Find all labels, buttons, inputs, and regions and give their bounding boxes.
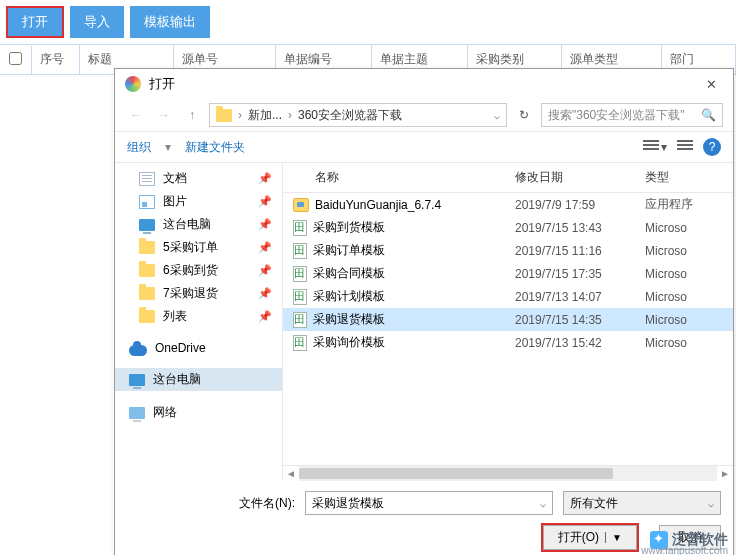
sidebar-item[interactable]: 文档📌 — [115, 167, 282, 190]
crumb-sep-icon: › — [238, 108, 242, 122]
scroll-track[interactable] — [299, 466, 717, 481]
sidebar-item[interactable]: 7采购退货📌 — [115, 282, 282, 305]
file-name: 采购询价模板 — [313, 334, 385, 351]
scroll-left-icon[interactable]: ◄ — [283, 468, 299, 479]
navigation-bar: ← → ↑ › 新加... › 360安全浏览器下载 ⌵ ↻ 搜索"360安全浏… — [115, 99, 733, 131]
import-button[interactable]: 导入 — [70, 6, 124, 38]
pin-icon: 📌 — [258, 287, 272, 300]
excel-icon — [293, 289, 307, 305]
file-list-header: 名称 修改日期 类型 — [283, 163, 733, 193]
scroll-thumb[interactable] — [299, 468, 613, 479]
close-icon[interactable]: ✕ — [700, 77, 723, 92]
dialog-footer: 文件名(N): 采购退货模板 ⌵ 所有文件 ⌵ 打开(O) ▼ 取消 — [115, 481, 733, 555]
sidebar-item-network[interactable]: 网络 — [115, 401, 282, 424]
file-list: 名称 修改日期 类型 BaiduYunGuanjia_6.7.42019/7/9… — [283, 163, 733, 481]
template-output-button[interactable]: 模板输出 — [130, 6, 210, 38]
chevron-down-icon[interactable]: ▼ — [605, 532, 622, 543]
sidebar-item-label: 图片 — [163, 193, 187, 210]
file-row[interactable]: 采购计划模板2019/7/13 14:07Microso — [283, 285, 733, 308]
chevron-down-icon[interactable]: ⌵ — [540, 498, 546, 509]
crumb-folder[interactable]: 360安全浏览器下载 — [298, 107, 402, 124]
net-icon — [129, 407, 145, 419]
nav-up-icon[interactable]: ↑ — [181, 104, 203, 126]
file-row[interactable]: 采购退货模板2019/7/15 14:35Microso — [283, 308, 733, 331]
sidebar-item-label: 7采购退货 — [163, 285, 218, 302]
file-row[interactable]: 采购订单模板2019/7/15 11:16Microso — [283, 239, 733, 262]
sidebar-item-this-pc[interactable]: 这台电脑 — [115, 368, 282, 391]
sidebar-item[interactable]: 5采购订单📌 — [115, 236, 282, 259]
search-placeholder: 搜索"360安全浏览器下载" — [548, 107, 701, 124]
file-row[interactable]: BaiduYunGuanjia_6.7.42019/7/9 17:59应用程序 — [283, 193, 733, 216]
organize-bar: 组织 ▾ 新建文件夹 ▾ ? — [115, 131, 733, 163]
sidebar-item[interactable]: 列表📌 — [115, 305, 282, 328]
filetype-select[interactable]: 所有文件 ⌵ — [563, 491, 721, 515]
fold-icon — [139, 264, 155, 277]
sidebar-item[interactable]: 这台电脑📌 — [115, 213, 282, 236]
col-type[interactable]: 类型 — [635, 169, 733, 186]
cancel-button[interactable]: 取消 — [659, 525, 721, 550]
file-row[interactable]: 采购到货模板2019/7/15 13:43Microso — [283, 216, 733, 239]
pc-icon — [129, 374, 145, 386]
open-file-button[interactable]: 打开(O) ▼ — [543, 525, 637, 550]
file-date: 2019/7/15 14:35 — [505, 313, 635, 327]
file-type: Microso — [635, 267, 733, 281]
sidebar-item[interactable]: 图片📌 — [115, 190, 282, 213]
file-type: Microso — [635, 313, 733, 327]
sidebar-item-label: 这台电脑 — [153, 371, 201, 388]
file-type: Microso — [635, 221, 733, 235]
filetype-value: 所有文件 — [570, 495, 618, 512]
pin-icon: 📌 — [258, 172, 272, 185]
search-input[interactable]: 搜索"360安全浏览器下载" 🔍 — [541, 103, 723, 127]
col-index: 序号 — [32, 45, 80, 74]
help-icon[interactable]: ? — [703, 138, 721, 156]
file-date: 2019/7/13 14:07 — [505, 290, 635, 304]
search-icon[interactable]: 🔍 — [701, 108, 716, 122]
file-name: 采购订单模板 — [313, 242, 385, 259]
dialog-titlebar: 打开 ✕ — [115, 69, 733, 99]
preview-pane-button[interactable] — [677, 140, 693, 154]
open-file-label: 打开(O) — [558, 529, 599, 546]
select-all-checkbox[interactable] — [9, 52, 22, 65]
file-date: 2019/7/13 15:42 — [505, 336, 635, 350]
fold-icon — [139, 287, 155, 300]
excel-icon — [293, 266, 307, 282]
file-date: 2019/7/15 13:43 — [505, 221, 635, 235]
sidebar-item-label: 6采购到货 — [163, 262, 218, 279]
excel-icon — [293, 243, 307, 259]
organize-menu[interactable]: 组织 — [127, 139, 151, 156]
sidebar-item-onedrive[interactable]: OneDrive — [115, 338, 282, 358]
filename-input[interactable]: 采购退货模板 ⌵ — [305, 491, 553, 515]
chevron-down-icon[interactable]: ⌵ — [708, 498, 714, 509]
fold-icon — [139, 310, 155, 323]
sidebar-item[interactable]: 6采购到货📌 — [115, 259, 282, 282]
file-name: 采购退货模板 — [313, 311, 385, 328]
h-scrollbar[interactable]: ◄ ► — [283, 465, 733, 481]
nav-forward-icon[interactable]: → — [153, 104, 175, 126]
chevron-down-icon[interactable]: ⌵ — [494, 110, 500, 121]
open-button-highlight: 打开 — [6, 6, 64, 38]
file-type: 应用程序 — [635, 196, 733, 213]
file-type: Microso — [635, 244, 733, 258]
filename-value: 采购退货模板 — [312, 495, 384, 512]
folder-icon — [216, 109, 232, 122]
nav-back-icon[interactable]: ← — [125, 104, 147, 126]
scroll-right-icon[interactable]: ► — [717, 468, 733, 479]
breadcrumb[interactable]: › 新加... › 360安全浏览器下载 ⌵ — [209, 103, 507, 127]
crumb-root[interactable]: 新加... — [248, 107, 282, 124]
file-row[interactable]: 采购询价模板2019/7/13 15:42Microso — [283, 331, 733, 354]
col-date[interactable]: 修改日期 — [505, 169, 635, 186]
file-row[interactable]: 采购合同模板2019/7/15 17:35Microso — [283, 262, 733, 285]
file-name: 采购计划模板 — [313, 288, 385, 305]
col-name[interactable]: 名称 — [283, 169, 505, 186]
refresh-icon[interactable]: ↻ — [513, 104, 535, 126]
fold-icon — [139, 241, 155, 254]
preview-icon — [677, 140, 693, 154]
pin-icon: 📌 — [258, 241, 272, 254]
doc-icon — [139, 172, 155, 186]
open-button[interactable]: 打开 — [8, 8, 62, 36]
file-name: 采购合同模板 — [313, 265, 385, 282]
app-toolbar: 打开 导入 模板输出 — [0, 0, 736, 45]
dialog-title: 打开 — [149, 75, 175, 93]
view-mode-button[interactable]: ▾ — [643, 140, 667, 154]
new-folder-button[interactable]: 新建文件夹 — [185, 139, 245, 156]
